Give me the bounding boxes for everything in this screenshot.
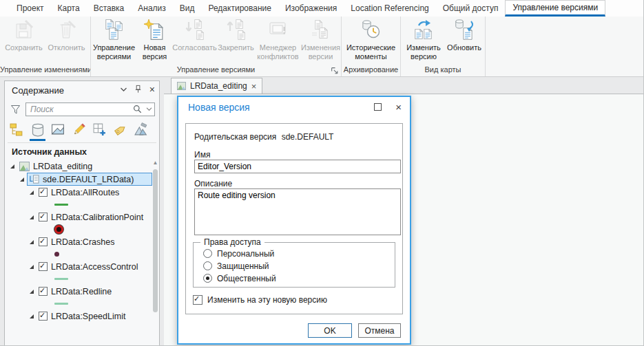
line-symbol-swatch[interactable]: [54, 278, 68, 280]
section-heading: Источник данных: [12, 147, 87, 157]
pin-icon[interactable]: [134, 85, 143, 94]
switch-checkbox[interactable]: [193, 295, 202, 305]
post-icon: [225, 19, 248, 42]
list-by-editing-tab[interactable]: [70, 120, 88, 139]
close-pane-icon[interactable]: ×: [149, 85, 155, 94]
layer-visibility-checkbox[interactable]: [39, 213, 48, 221]
tab-insert[interactable]: Вставка: [87, 0, 132, 17]
list-by-label-class-tab[interactable]: [111, 120, 129, 139]
new-version-button[interactable]: Новая версия: [137, 18, 173, 61]
access-option-private[interactable]: Персональный: [203, 248, 274, 259]
point-symbol-swatch[interactable]: [54, 252, 59, 257]
parent-version-label: Родительская версия: [194, 132, 276, 142]
manage-versions-button[interactable]: Управление версиями: [92, 18, 137, 61]
selection-icon: [51, 122, 65, 137]
tree-item-layer[interactable]: LRData:Redline: [5, 285, 152, 298]
discard-edits-icon: [55, 19, 79, 42]
tree-item-version[interactable]: sde.DEFAULT_LRData): [5, 173, 152, 186]
dialog-title: Новая версия: [188, 102, 250, 113]
map-icon: [177, 82, 186, 90]
tab-view[interactable]: Вид: [173, 0, 202, 17]
tree-item-layer[interactable]: LRData:SpeedLimit: [5, 310, 152, 323]
layer-visibility-checkbox[interactable]: [39, 312, 48, 321]
access-option-protected[interactable]: Защищенный: [203, 261, 269, 271]
switch-to-version-row[interactable]: Изменить на эту новую версию: [193, 295, 327, 305]
version-name-input[interactable]: [194, 160, 401, 173]
radio-icon[interactable]: [203, 274, 212, 283]
expander-icon[interactable]: [20, 177, 24, 182]
data-source-icon: [31, 123, 45, 137]
dialog-launcher-icon[interactable]: [331, 67, 339, 75]
expander-icon[interactable]: [30, 215, 34, 219]
list-by-data-source-tab[interactable]: [28, 120, 47, 139]
save-edits-button[interactable]: Сохранить: [3, 18, 45, 52]
expander-icon[interactable]: [30, 290, 34, 294]
version-changes-button[interactable]: Изменения версии: [301, 18, 341, 61]
point-symbol-swatch[interactable]: [54, 225, 63, 234]
reconcile-button[interactable]: Согласовать: [173, 18, 217, 52]
tree-item-map[interactable]: LRData_editing: [5, 160, 152, 173]
close-dialog-icon[interactable]: ×: [395, 102, 402, 111]
historical-moments-button[interactable]: Исторические моменты: [343, 18, 399, 61]
layer-visibility-checkbox[interactable]: [39, 262, 48, 271]
cancel-button[interactable]: Отмена: [358, 323, 401, 338]
group-map-view: Изменить версию Обновить Вид карты: [401, 17, 486, 76]
arcgis-pro-window: Проект Карта Вставка Анализ Вид Редактир…: [0, 0, 644, 346]
map-document-tab[interactable]: LRData_editing ×: [171, 78, 262, 94]
tree-item-layer[interactable]: LRData:CalibrationPoint: [5, 210, 152, 224]
search-icon[interactable]: [133, 105, 142, 113]
tab-imagery[interactable]: Изображения: [278, 0, 344, 17]
post-button[interactable]: Закрепить: [217, 18, 256, 52]
line-symbol-swatch[interactable]: [54, 204, 68, 206]
expander-icon[interactable]: [30, 191, 34, 195]
radio-icon[interactable]: [203, 261, 212, 270]
tab-location-referencing[interactable]: Location Referencing: [344, 0, 435, 17]
conflict-manager-button[interactable]: Менеджер конфликтов: [256, 18, 301, 61]
label-tag-icon: [113, 122, 127, 137]
expander-icon[interactable]: [10, 164, 14, 169]
tab-map[interactable]: Карта: [51, 0, 87, 17]
tree-item-layer[interactable]: LRData:AllRoutes: [5, 186, 152, 199]
refresh-button[interactable]: Обновить: [445, 18, 484, 52]
switch-checkbox-label: Изменить на эту новую версию: [207, 295, 327, 305]
layer-visibility-checkbox[interactable]: [39, 188, 48, 197]
contents-pane: Содержание ×: [4, 80, 160, 346]
tab-share[interactable]: Общий доступ: [436, 0, 506, 17]
list-by-selection-tab[interactable]: [49, 120, 67, 139]
tab-project[interactable]: Проект: [10, 0, 51, 17]
layer-visibility-checkbox[interactable]: [39, 287, 48, 296]
search-options-chevron-icon[interactable]: [146, 107, 152, 111]
scroll-up-icon[interactable]: ▲: [152, 160, 158, 166]
tree-item-layer[interactable]: LRData:Crashes: [5, 235, 152, 248]
maximize-icon[interactable]: [374, 103, 382, 111]
description-textarea[interactable]: Route editing version: [194, 188, 401, 235]
ribbon-body: Сохранить Отклонить Управление изменения…: [0, 17, 644, 76]
radio-icon[interactable]: [203, 249, 212, 258]
change-version-button[interactable]: Изменить версию: [402, 18, 445, 61]
ok-button[interactable]: OK: [308, 323, 352, 338]
tab-analysis[interactable]: Анализ: [131, 0, 173, 17]
dialog-titlebar[interactable]: Новая версия ×: [178, 97, 410, 118]
expander-icon[interactable]: [30, 240, 34, 244]
scrollbar-thumb[interactable]: [153, 169, 158, 312]
contents-pane-header: Содержание ×: [5, 81, 159, 99]
expander-icon[interactable]: [30, 265, 34, 269]
name-label: Имя: [194, 150, 210, 160]
list-by-drawing-order-tab[interactable]: [8, 120, 26, 139]
list-by-labeling-tab[interactable]: [90, 120, 109, 139]
refresh-icon: [453, 19, 476, 42]
line-symbol-swatch[interactable]: [54, 303, 68, 305]
tree-item-layer[interactable]: LRData:AccessControl: [5, 260, 152, 273]
access-option-public[interactable]: Общественный: [203, 273, 276, 283]
chevron-down-icon[interactable]: [120, 87, 127, 92]
discard-edits-button[interactable]: Отклонить: [45, 18, 88, 52]
parent-version-value: sde.DEFAULT: [282, 132, 334, 142]
tab-edit[interactable]: Редактирование: [201, 0, 278, 17]
filter-icon[interactable]: [10, 105, 21, 115]
list-by-perspective-tab[interactable]: [132, 120, 150, 139]
tree-scrollbar[interactable]: ▲: [152, 160, 158, 344]
close-tab-icon[interactable]: ×: [251, 82, 257, 91]
layer-visibility-checkbox[interactable]: [39, 237, 48, 246]
tab-versioning[interactable]: Управление версиями: [505, 0, 605, 17]
expander-icon[interactable]: [30, 314, 34, 318]
